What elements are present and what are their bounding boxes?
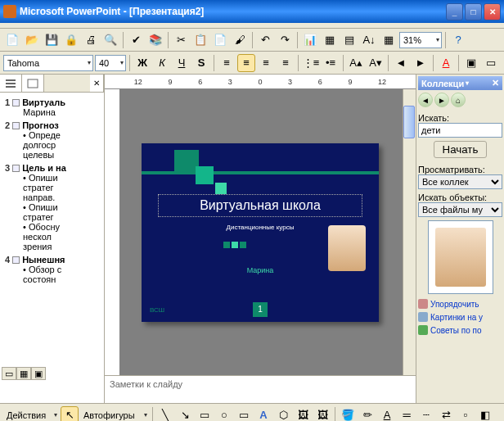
align-right-button[interactable]: ≡ bbox=[257, 54, 275, 72]
shadow-button[interactable]: S bbox=[192, 54, 210, 72]
fill-color-button[interactable]: 🪣 bbox=[339, 406, 357, 422]
taskpane-close-button[interactable]: ✕ bbox=[492, 78, 499, 88]
search-input[interactable] bbox=[418, 123, 502, 138]
increase-indent-button[interactable]: ► bbox=[412, 54, 430, 72]
paste-button[interactable]: 📄 bbox=[211, 31, 229, 49]
spelling-button[interactable]: ✔ bbox=[127, 31, 145, 49]
decrease-indent-button[interactable]: ◄ bbox=[392, 54, 410, 72]
online-icon bbox=[418, 312, 428, 322]
numbering-button[interactable]: ⋮≡ bbox=[302, 54, 320, 72]
arrow-style-button[interactable]: ⇄ bbox=[437, 406, 455, 422]
objects-select[interactable]: Все файлы му bbox=[418, 202, 502, 217]
help-button[interactable]: ? bbox=[449, 31, 467, 49]
notes-pane[interactable]: Заметки к слайду bbox=[105, 375, 416, 403]
oval-button[interactable]: ○ bbox=[215, 406, 233, 422]
chart-button[interactable]: 📊 bbox=[301, 31, 319, 49]
maximize-button[interactable]: □ bbox=[465, 3, 482, 20]
arrow-button[interactable]: ↘ bbox=[176, 406, 194, 422]
search-button[interactable]: Начать bbox=[434, 141, 488, 158]
clipart-preview[interactable] bbox=[428, 220, 493, 294]
permission-button[interactable]: 🔒 bbox=[62, 31, 80, 49]
svg-rect-1 bbox=[6, 83, 16, 84]
horizontal-ruler[interactable]: 12963036912 bbox=[105, 75, 416, 89]
minimize-button[interactable]: _ bbox=[446, 3, 463, 20]
print-button[interactable]: 🖨 bbox=[82, 31, 100, 49]
slide-title[interactable]: Виртуальная школа bbox=[158, 194, 362, 217]
3d-style-button[interactable]: ◧ bbox=[476, 406, 494, 422]
design-button[interactable]: ▣ bbox=[462, 54, 480, 72]
select-button[interactable]: ↖ bbox=[61, 406, 79, 422]
increase-font-button[interactable]: A▴ bbox=[347, 54, 365, 72]
autoshapes-dropdown[interactable]: Автофигуры bbox=[80, 407, 149, 422]
line-button[interactable]: ╲ bbox=[156, 406, 174, 422]
slide-footer: ВСШ bbox=[150, 306, 164, 314]
organize-link[interactable]: Упорядочить bbox=[418, 297, 502, 310]
undo-button[interactable]: ↶ bbox=[256, 31, 274, 49]
close-pane-button[interactable]: ✕ bbox=[90, 75, 104, 92]
font-dropdown[interactable]: Tahoma bbox=[3, 55, 93, 71]
normal-view-button[interactable]: ▭ bbox=[2, 367, 16, 380]
new-slide-button[interactable]: ▭ bbox=[482, 54, 500, 72]
clipart-image[interactable] bbox=[328, 225, 366, 271]
zoom-dropdown[interactable]: 31% bbox=[399, 32, 442, 48]
table-button[interactable]: ▦ bbox=[321, 31, 339, 49]
cut-button[interactable]: ✂ bbox=[172, 31, 190, 49]
app-icon bbox=[3, 5, 16, 18]
shadow-style-button[interactable]: ▫ bbox=[457, 406, 475, 422]
close-button[interactable]: ✕ bbox=[484, 3, 501, 20]
line-style-button[interactable]: ═ bbox=[398, 406, 416, 422]
tips-link[interactable]: Советы по по bbox=[418, 324, 502, 337]
bold-button[interactable]: Ж bbox=[133, 54, 151, 72]
wordart-button[interactable]: A bbox=[254, 406, 272, 422]
align-left-button[interactable]: ≡ bbox=[218, 54, 236, 72]
save-button[interactable]: 💾 bbox=[43, 31, 61, 49]
font-size-dropdown[interactable]: 40 bbox=[95, 55, 126, 71]
browse-select[interactable]: Все коллек bbox=[418, 174, 502, 189]
outline-content[interactable]: 1ВиртуальМарина2ПрогнозОпредедолгосрцеле… bbox=[0, 93, 104, 403]
home-button[interactable]: ⌂ bbox=[451, 93, 466, 107]
bullets-button[interactable]: •≡ bbox=[322, 54, 340, 72]
online-link[interactable]: Картинки на у bbox=[418, 310, 502, 324]
italic-button[interactable]: К bbox=[153, 54, 171, 72]
font-color-button[interactable]: A bbox=[437, 54, 455, 72]
forward-button[interactable]: ► bbox=[434, 93, 449, 107]
clipart-button[interactable]: 🖼 bbox=[294, 406, 312, 422]
new-button[interactable]: 📄 bbox=[3, 31, 21, 49]
tables-borders-button[interactable]: ▤ bbox=[340, 31, 358, 49]
actions-dropdown[interactable]: Действия bbox=[3, 407, 59, 422]
picture-button[interactable]: 🖼 bbox=[313, 406, 331, 422]
preview-button[interactable]: 🔍 bbox=[101, 31, 119, 49]
align-center-button[interactable]: ≡ bbox=[237, 54, 255, 72]
line-color-button[interactable]: ✏ bbox=[358, 406, 376, 422]
svg-rect-0 bbox=[6, 79, 16, 81]
open-button[interactable]: 📂 bbox=[23, 31, 41, 49]
research-button[interactable]: 📚 bbox=[146, 31, 164, 49]
decrease-font-button[interactable]: A▾ bbox=[367, 54, 385, 72]
redo-button[interactable]: ↷ bbox=[276, 31, 294, 49]
slide-number: 1 bbox=[253, 302, 268, 317]
textbox-button[interactable]: ▭ bbox=[235, 406, 253, 422]
rectangle-button[interactable]: ▭ bbox=[196, 406, 214, 422]
task-pane: Коллекци▾ ✕ ◄ ► ⌂ Искать: Начать Просмат… bbox=[416, 75, 504, 403]
show-grid-button[interactable]: ▦ bbox=[380, 31, 398, 49]
font-color-button-2[interactable]: A bbox=[378, 406, 396, 422]
vertical-scrollbar[interactable] bbox=[403, 89, 416, 375]
back-button[interactable]: ◄ bbox=[418, 93, 433, 107]
slides-tab[interactable] bbox=[22, 75, 44, 92]
slideshow-button[interactable]: ▣ bbox=[31, 367, 46, 380]
diagram-button[interactable]: ⬡ bbox=[274, 406, 292, 422]
search-label: Искать: bbox=[418, 113, 502, 123]
vertical-ruler[interactable] bbox=[105, 89, 119, 375]
copy-button[interactable]: 📋 bbox=[191, 31, 209, 49]
slide[interactable]: Виртуальная школа Дистанционные курсы Ма… bbox=[142, 143, 379, 322]
hyperlink-button[interactable]: A↓ bbox=[360, 31, 378, 49]
dash-style-button[interactable]: ┄ bbox=[417, 406, 435, 422]
align-justify-button[interactable]: ≡ bbox=[277, 54, 295, 72]
menubar[interactable] bbox=[0, 23, 504, 29]
organize-icon bbox=[418, 299, 428, 309]
format-painter-button[interactable]: 🖌 bbox=[231, 31, 249, 49]
outline-tab[interactable] bbox=[0, 75, 22, 92]
sorter-view-button[interactable]: ▦ bbox=[16, 367, 31, 380]
slide-area[interactable]: Виртуальная школа Дистанционные курсы Ма… bbox=[105, 89, 416, 375]
underline-button[interactable]: Ч bbox=[173, 54, 191, 72]
